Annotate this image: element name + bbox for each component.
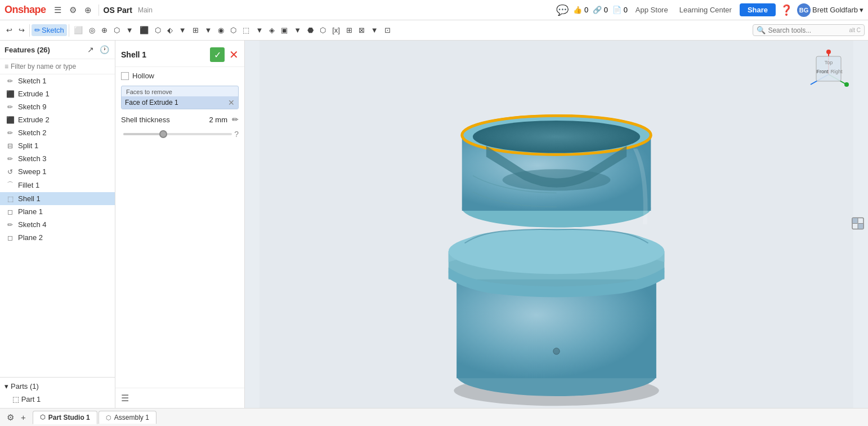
feature-type-icon: ⌒: [6, 180, 15, 190]
tb-icon-1[interactable]: ⬜: [71, 24, 86, 36]
tab-part-studio[interactable]: ⬡ Part Studio 1: [33, 411, 97, 424]
settings-button[interactable]: ⚙: [5, 411, 16, 424]
part-icon: ⬚: [12, 395, 19, 403]
view-controls-button[interactable]: [851, 217, 865, 232]
slider-fill: [123, 133, 162, 135]
chevron-down-icon: ▾: [5, 382, 8, 390]
features-panel: Features (26) ↗ 🕐 ≡ ✏Sketch 1⬛Extrude 1✏…: [0, 41, 115, 408]
feature-item-split-1[interactable]: ⊟Split 1: [0, 139, 115, 152]
feature-item-sketch-1[interactable]: ✏Sketch 1: [0, 74, 115, 87]
tb-icon-13[interactable]: ⬡: [227, 24, 239, 36]
feature-item-extrude-1[interactable]: ⬛Extrude 1: [0, 87, 115, 100]
history-button[interactable]: 🕐: [99, 44, 110, 55]
share-button[interactable]: Share: [740, 3, 776, 16]
filter-input[interactable]: [11, 63, 110, 70]
tb-icon-11[interactable]: ▼: [202, 24, 215, 36]
edit-thickness-button[interactable]: ✏: [232, 115, 239, 124]
parts-header[interactable]: ▾ Parts (1): [0, 380, 115, 393]
tab-assembly[interactable]: ⬡ Assembly 1: [99, 411, 156, 424]
tb-icon-9[interactable]: ▼: [176, 24, 189, 36]
add-tab-button[interactable]: +: [19, 411, 28, 423]
tb-icon-12[interactable]: ◉: [215, 24, 227, 36]
onshape-logo[interactable]: Onshape: [5, 4, 46, 16]
svg-text:Front: Front: [816, 69, 829, 74]
export-count: 📄 0: [612, 6, 628, 14]
3d-viewport[interactable]: Top Front Right: [245, 41, 868, 408]
list-view-button[interactable]: ☰: [121, 393, 129, 403]
confirm-button[interactable]: ✓: [210, 47, 225, 62]
slider-thumb[interactable]: [159, 130, 167, 138]
remove-face-button[interactable]: ✕: [228, 98, 235, 107]
orientation-cube[interactable]: Top Front Right: [806, 46, 851, 97]
settings-icon-button[interactable]: ⚙: [67, 4, 79, 16]
bottom-tab-bar: ⚙ + ⬡ Part Studio 1 ⬡ Assembly 1: [0, 408, 868, 426]
feature-item-sketch-4[interactable]: ✏Sketch 4: [0, 218, 115, 231]
help-button[interactable]: ?: [234, 130, 239, 139]
3d-shape-svg: [245, 41, 868, 408]
topbar-right-section: 💬 👍 0 🔗 0 📄 0 App Store Learning Center …: [556, 3, 863, 17]
main-toolbar: ↩ ↪ ✏ Sketch ⬜ ◎ ⊕ ⬡ ▼ ⬛ ⬡ ⬖ ▼ ⊞ ▼ ◉ ⬡ ⬚…: [0, 20, 868, 41]
tb-icon-23[interactable]: ⊠: [356, 24, 368, 36]
tb-icon-18[interactable]: ▼: [291, 24, 304, 36]
thickness-slider-track[interactable]: [123, 133, 232, 135]
app-store-button[interactable]: App Store: [632, 5, 672, 15]
hamburger-menu-button[interactable]: ☰: [52, 4, 64, 16]
tb-icon-14[interactable]: ⬚: [240, 24, 252, 36]
like-count: 👍 0: [573, 6, 588, 14]
tb-icon-20[interactable]: ⬡: [317, 24, 329, 36]
parts-section: ▾ Parts (1) ⬚ Part 1: [0, 377, 115, 408]
undo-button[interactable]: ↩: [3, 24, 15, 36]
tb-icon-19[interactable]: ⬣: [305, 24, 316, 36]
learning-center-button[interactable]: Learning Center: [676, 5, 735, 15]
branch-label: Main: [138, 6, 153, 14]
tb-icon-8[interactable]: ⬖: [164, 24, 176, 36]
feature-item-sketch-2[interactable]: ✏Sketch 2: [0, 126, 115, 139]
feature-item-fillet-1[interactable]: ⌒Fillet 1: [0, 178, 115, 192]
feature-type-icon: ⬛: [6, 90, 15, 98]
tb-icon-10[interactable]: ⊞: [190, 24, 202, 36]
chevron-down-icon: ▾: [860, 6, 863, 14]
redo-button[interactable]: ↪: [16, 24, 28, 36]
search-tools-input[interactable]: [768, 26, 847, 34]
parts-item-part1[interactable]: ⬚ Part 1: [0, 393, 115, 406]
tb-icon-6[interactable]: ⬛: [137, 24, 151, 36]
expand-features-button[interactable]: ↗: [86, 44, 95, 55]
tab-part-studio-icon: ⬡: [40, 414, 46, 421]
tb-icon-3[interactable]: ⊕: [99, 24, 110, 36]
tb-icon-21[interactable]: [x]: [329, 24, 343, 36]
tb-icon-7[interactable]: ⬡: [152, 24, 164, 36]
tb-icon-25[interactable]: ⊡: [382, 24, 393, 36]
tb-icon-17[interactable]: ▣: [278, 24, 290, 36]
tab-part-studio-label: Part Studio 1: [48, 414, 90, 421]
help-button[interactable]: ❓: [780, 4, 793, 16]
feature-item-sweep-1[interactable]: ↺Sweep 1: [0, 165, 115, 178]
search-icon: 🔍: [757, 26, 766, 34]
tb-icon-24[interactable]: ▼: [368, 24, 381, 36]
feature-item-sketch-9[interactable]: ✏Sketch 9: [0, 100, 115, 113]
feature-type-icon: ⬛: [6, 116, 15, 124]
cancel-button[interactable]: ✕: [229, 48, 239, 61]
feature-type-icon: ✏: [6, 129, 15, 137]
tb-icon-22[interactable]: ⊞: [343, 24, 355, 36]
tb-icon-2[interactable]: ◎: [86, 24, 98, 36]
tb-icon-16[interactable]: ◈: [266, 24, 278, 36]
chat-icon-button[interactable]: 💬: [556, 4, 569, 16]
shell-dialog-panel: Shell 1 ✓ ✕ Hollow Faces to remove Face …: [115, 41, 245, 408]
filter-box: ≡: [0, 59, 115, 74]
feature-item-extrude-2[interactable]: ⬛Extrude 2: [0, 113, 115, 126]
tb-icon-15[interactable]: ▼: [253, 24, 266, 36]
tb-icon-4[interactable]: ⬡: [111, 24, 123, 36]
feature-item-sketch-3[interactable]: ✏Sketch 3: [0, 152, 115, 165]
sketch-button[interactable]: ✏ Sketch: [32, 24, 67, 36]
hollow-checkbox[interactable]: [121, 72, 129, 80]
tb-icon-5[interactable]: ▼: [123, 24, 136, 36]
shell-panel-header: Shell 1 ✓ ✕: [115, 45, 244, 67]
user-menu-button[interactable]: BG Brett Goldfarb ▾: [797, 3, 863, 17]
pencil-icon: ✏: [34, 26, 41, 34]
features-list: ✏Sketch 1⬛Extrude 1✏Sketch 9⬛Extrude 2✏S…: [0, 74, 115, 377]
insert-icon-button[interactable]: ⊕: [82, 4, 94, 16]
feature-type-icon: ✏: [6, 77, 15, 85]
feature-item-shell-1[interactable]: ⬚Shell 1: [0, 192, 115, 205]
feature-item-plane-1[interactable]: ◻Plane 1: [0, 205, 115, 218]
feature-item-plane-2[interactable]: ◻Plane 2: [0, 231, 115, 244]
